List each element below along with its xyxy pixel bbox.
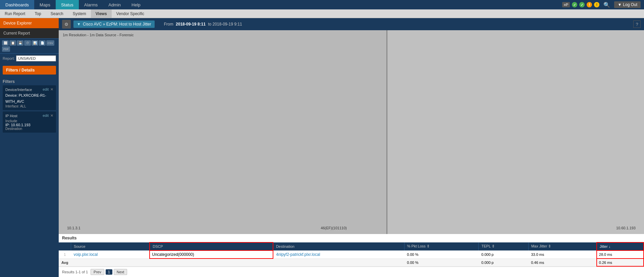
time-range: From 2018-09-19 8:11 to 2018-09-19 9:11	[164, 22, 244, 27]
toolbar-icon-2[interactable]: 📋	[9, 40, 16, 46]
col-source[interactable]: Source	[71, 242, 150, 250]
row-max-jitter: 33.0 ms	[528, 250, 597, 259]
filter-ip-include: Include	[5, 119, 53, 123]
row-tepl: 0.000 p	[479, 250, 528, 259]
nav-run-report[interactable]: Run Report	[0, 9, 30, 18]
gear-icon[interactable]: ⚙	[62, 20, 71, 29]
chart-resolution-label: 1m Resolution - 1m Data Source - Forensi…	[63, 33, 134, 37]
toolbar-icon-6[interactable]: 📄	[39, 40, 46, 46]
filter-ip-close[interactable]: ✕	[50, 113, 53, 118]
status-yellow-icon: !	[594, 2, 599, 7]
filter-ip-dest: Destination	[5, 127, 53, 131]
nav-search[interactable]: Search	[46, 9, 68, 18]
status-green-icon: ✓	[572, 2, 577, 7]
filter-device-value: Device: PLXRCORE-R1-WITH_AVC	[5, 93, 53, 104]
sidebar-item-current-report[interactable]: Current Report	[0, 28, 59, 38]
chart-bg-right	[387, 30, 644, 234]
avg-row: Avg 0.00 % 0.000 p 0.46 ms 0.26 ms	[59, 259, 644, 266]
toolbar-icon-4[interactable]: ⏱	[24, 40, 31, 46]
row-source[interactable]: voip.plxr.local	[71, 250, 150, 259]
col-tepl[interactable]: TEPL ⇕	[479, 242, 528, 250]
filter-device-label: Device/Interface	[5, 88, 32, 92]
filter-ip-label: IP Host	[5, 114, 17, 118]
chart-divider	[386, 30, 387, 234]
sidebar-item-device-explorer[interactable]: Device Explorer	[0, 18, 59, 28]
results-title: Results	[59, 234, 644, 242]
row-pkt-loss: 0.00 %	[404, 250, 479, 259]
avg-max-jitter: 0.46 ms	[528, 259, 597, 266]
nav-vendor-specific[interactable]: Vendor Specific	[112, 9, 149, 18]
chart-area: 1m Resolution - 1m Data Source - Forensi…	[59, 30, 644, 234]
breadcrumb[interactable]: ▼ Cisco AVC » EzPM: Host to Host Jitter	[73, 20, 155, 28]
avg-tepl: 0.000 p	[479, 259, 528, 266]
toolbar-icon-3[interactable]: 💾	[17, 40, 23, 46]
nav-admin[interactable]: Admin	[103, 0, 126, 9]
row-dscp: Uncategorized(000000)	[150, 250, 273, 259]
filter-device-block: Device/Interface edit ✕ Device: PLXRCORE…	[3, 85, 56, 110]
status-green2-icon: ✓	[579, 2, 585, 7]
toolbar-icon-5[interactable]: 📊	[32, 40, 38, 46]
ep-badge: ≡P	[562, 2, 570, 7]
col-destination[interactable]: Destination	[273, 242, 404, 250]
pagination: Results 1-1 of 1 Prev 1 Next	[59, 267, 644, 277]
logout-button[interactable]: ▼Log Out	[614, 1, 641, 8]
help-button[interactable]: ?	[633, 20, 641, 28]
chart-label-mid: 46(EF)(101110)	[321, 226, 347, 230]
pagination-info: Results 1-1 of 1	[62, 270, 88, 274]
results-table: Source DSCP Destination % Pkt Loss ⇕ TEP…	[59, 242, 644, 267]
avg-pkt-loss: 0.00 %	[404, 259, 479, 266]
avg-jitter: 0.26 ms	[597, 259, 644, 266]
report-name-input[interactable]	[16, 55, 56, 61]
nav-status[interactable]: Status	[56, 0, 79, 9]
toolbar-icon-pdf[interactable]: PDF	[2, 46, 10, 52]
nav-help[interactable]: Help	[126, 0, 146, 9]
col-dscp[interactable]: DSCP	[150, 242, 273, 250]
nav-system[interactable]: System	[68, 9, 91, 18]
filter-ip-edit[interactable]: edit	[43, 113, 49, 118]
table-row: 1 voip.plxr.local Uncategorized(000000) …	[59, 250, 644, 259]
filter-device-edit[interactable]: edit	[43, 87, 49, 92]
nav-top[interactable]: Top	[30, 9, 46, 18]
prev-button[interactable]: Prev	[91, 269, 104, 275]
nav-alarms[interactable]: Alarms	[79, 0, 103, 9]
nav-views[interactable]: Views	[91, 9, 112, 18]
report-label: Report:	[3, 56, 15, 60]
breadcrumb-arrow: ▼	[77, 22, 81, 27]
nav-dashboards[interactable]: Dashboards	[0, 0, 34, 9]
col-jitter[interactable]: Jitter ↓	[597, 242, 644, 250]
chart-label-right: 10.60.1.193	[616, 226, 636, 230]
filters-title: Filters	[3, 77, 56, 85]
filters-details-button[interactable]: Filters / Details	[3, 66, 56, 75]
filter-device-close[interactable]: ✕	[50, 87, 53, 92]
filter-ip-block: IP Host edit ✕ Include IP: 10.60.1.193 D…	[3, 111, 56, 133]
col-max-jitter[interactable]: Max Jitter ⇕	[528, 242, 597, 250]
breadcrumb-text: Cisco AVC » EzPM: Host to Host Jitter	[83, 22, 151, 27]
avg-label: Avg	[59, 259, 71, 266]
status-orange-icon: !	[587, 2, 592, 7]
chart-label-left: 10.1.3.1	[67, 226, 80, 230]
row-destination[interactable]: 4nlpyf2-patrickf.plxr.local	[273, 250, 404, 259]
row-num: 1	[59, 250, 71, 259]
results-section: Results Source DSCP Destination % Pkt Lo…	[59, 234, 644, 277]
toolbar-icon-csv[interactable]: CSV	[46, 40, 54, 46]
search-icon[interactable]: 🔍	[601, 2, 612, 8]
filter-interface-value: Interface: ALL	[5, 104, 53, 108]
row-jitter: 28.0 ms	[597, 250, 644, 259]
toolbar-icon-1[interactable]: ⬜	[2, 40, 9, 46]
filter-ip-value: IP: 10.60.1.193	[5, 123, 53, 127]
col-num	[59, 242, 71, 250]
page-number[interactable]: 1	[106, 269, 112, 275]
next-button[interactable]: Next	[114, 269, 127, 275]
nav-maps[interactable]: Maps	[34, 0, 56, 9]
col-pkt-loss[interactable]: % Pkt Loss ⇕	[404, 242, 479, 250]
chart-bg-left	[59, 30, 386, 234]
